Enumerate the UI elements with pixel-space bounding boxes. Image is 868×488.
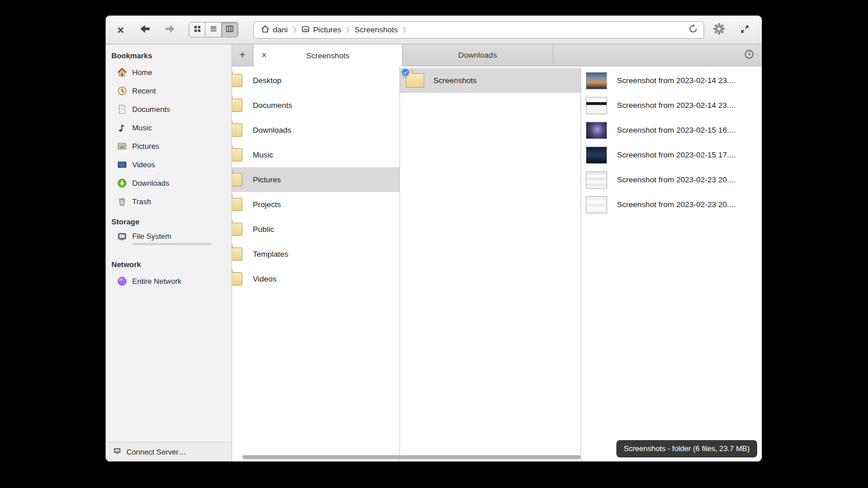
nebula-thumbnail bbox=[586, 122, 607, 139]
column-item-documents[interactable]: Documents bbox=[232, 93, 399, 118]
sidebar-item-documents[interactable]: Documents bbox=[106, 100, 231, 118]
item-label: Public bbox=[253, 225, 274, 234]
forward-button[interactable] bbox=[161, 21, 179, 39]
main-area: + × Screenshots Downloads bbox=[232, 44, 762, 461]
sunset-photo-thumbnail bbox=[586, 72, 607, 89]
folder-icon bbox=[232, 123, 242, 137]
file-row[interactable]: Screenshot from 2023-02-14 23.... bbox=[581, 93, 762, 118]
sidebar-item-music[interactable]: Music bbox=[106, 118, 231, 137]
column-item-pictures[interactable]: Pictures bbox=[232, 167, 399, 192]
new-tab-button[interactable]: + bbox=[232, 44, 253, 66]
network-globe-icon bbox=[117, 276, 127, 286]
column-view-icon bbox=[226, 25, 234, 35]
tab-close-icon[interactable]: × bbox=[261, 51, 267, 60]
list-view-button[interactable] bbox=[205, 22, 222, 37]
item-label: Screenshots bbox=[433, 76, 477, 85]
grid-view-icon bbox=[193, 25, 201, 35]
list-view-icon bbox=[209, 25, 218, 35]
drive-icon bbox=[117, 232, 127, 242]
settings-button[interactable] bbox=[709, 20, 729, 40]
grid-view-button[interactable] bbox=[189, 22, 205, 37]
breadcrumb-screenshots[interactable]: Screenshots bbox=[350, 22, 402, 38]
sidebar-item-home[interactable]: Home bbox=[106, 63, 231, 81]
connect-server-button[interactable]: Connect Server… bbox=[106, 442, 231, 461]
network-heading: Network bbox=[106, 253, 231, 272]
column-item-downloads[interactable]: Downloads bbox=[232, 118, 399, 142]
home-icon bbox=[261, 25, 270, 35]
pictures-icon bbox=[301, 25, 310, 35]
item-label: Documents bbox=[253, 101, 292, 110]
sidebar-item-recent[interactable]: Recent bbox=[106, 81, 231, 100]
file-label: Screenshot from 2023-02-23 20.... bbox=[617, 200, 736, 209]
breadcrumb-home[interactable]: dani bbox=[256, 22, 293, 38]
status-tooltip: Screenshots - folder (6 files, 23.7 MB) bbox=[616, 440, 757, 457]
disk-usage-bar bbox=[132, 243, 212, 245]
recent-icon bbox=[117, 86, 127, 96]
tab-downloads[interactable]: Downloads bbox=[403, 44, 553, 66]
item-label: Projects bbox=[253, 200, 281, 209]
videos-icon bbox=[117, 160, 127, 170]
home-icon bbox=[117, 67, 127, 77]
column-item-public[interactable]: Public bbox=[232, 217, 399, 242]
sidebar-item-label: Videos bbox=[132, 160, 155, 169]
breadcrumb-pictures[interactable]: Pictures bbox=[297, 22, 346, 38]
tab-bar: + × Screenshots Downloads bbox=[232, 44, 762, 66]
back-icon bbox=[139, 22, 151, 37]
folder-icon bbox=[232, 198, 242, 211]
tabbar-spacer bbox=[553, 44, 736, 66]
file-row[interactable]: Screenshot from 2023-02-23 20.... bbox=[581, 167, 762, 192]
sidebar-item-file-system[interactable]: File System bbox=[106, 229, 231, 253]
sidebar-item-trash[interactable]: Trash bbox=[106, 192, 231, 211]
column-item-videos[interactable]: Videos bbox=[232, 266, 399, 291]
file-row[interactable]: Screenshot from 2023-02-23 20.... bbox=[581, 192, 762, 217]
sidebar-item-label: Downloads bbox=[132, 179, 169, 187]
trash-icon bbox=[117, 197, 127, 207]
file-row[interactable]: Screenshot from 2023-02-14 23.... bbox=[581, 68, 762, 93]
chevron-right-icon bbox=[346, 26, 350, 34]
file-row[interactable]: Screenshot from 2023-02-15 17.... bbox=[581, 142, 762, 167]
breadcrumb-label: dani bbox=[273, 25, 288, 34]
back-button[interactable] bbox=[136, 21, 154, 39]
tab-screenshots[interactable]: × Screenshots bbox=[253, 44, 403, 66]
tab-label: Screenshots bbox=[306, 51, 349, 60]
sidebar-item-label: File System bbox=[132, 232, 212, 241]
history-button[interactable] bbox=[736, 44, 762, 66]
column-pictures: Screenshots bbox=[400, 66, 581, 461]
sidebar-item-downloads[interactable]: Downloads bbox=[106, 174, 231, 192]
column-item-projects[interactable]: Projects bbox=[232, 192, 399, 217]
sidebar-item-pictures[interactable]: Pictures bbox=[106, 137, 231, 155]
miller-columns: Desktop Documents Downloads Music bbox=[232, 66, 762, 461]
file-row[interactable]: Screenshot from 2023-02-15 16.... bbox=[581, 118, 762, 142]
window-close-button[interactable]: × bbox=[113, 22, 129, 38]
check-badge-icon bbox=[401, 68, 410, 77]
tab-label: Downloads bbox=[458, 51, 497, 59]
refresh-button[interactable] bbox=[685, 22, 701, 37]
column-item-screenshots[interactable]: Screenshots bbox=[400, 68, 581, 93]
breadcrumb-label: Screenshots bbox=[354, 25, 398, 34]
refresh-icon bbox=[689, 24, 698, 35]
folder-icon bbox=[232, 148, 242, 162]
item-label: Desktop bbox=[253, 76, 282, 85]
fullscreen-button[interactable] bbox=[734, 20, 755, 40]
light-ui-thumbnail bbox=[586, 171, 607, 189]
column-item-templates[interactable]: Templates bbox=[232, 242, 399, 266]
chevron-right-icon bbox=[293, 26, 297, 34]
file-label: Screenshot from 2023-02-15 16.... bbox=[617, 126, 736, 134]
column-item-music[interactable]: Music bbox=[232, 142, 399, 167]
sidebar-item-entire-network[interactable]: Entire Network bbox=[106, 272, 231, 290]
item-label: Pictures bbox=[253, 175, 281, 184]
folder-icon bbox=[232, 173, 242, 186]
path-bar[interactable]: dani Pictures Screenshots bbox=[253, 21, 704, 39]
sidebar-item-label: Music bbox=[132, 123, 152, 132]
column-item-desktop[interactable]: Desktop bbox=[232, 68, 399, 93]
horizontal-scrollbar-thumb[interactable] bbox=[242, 455, 581, 459]
music-icon bbox=[117, 123, 127, 133]
file-label: Screenshot from 2023-02-23 20.... bbox=[617, 175, 736, 184]
sidebar-item-label: Home bbox=[132, 68, 152, 77]
item-label: Videos bbox=[253, 275, 276, 283]
folder-icon bbox=[232, 247, 242, 261]
folder-icon bbox=[232, 99, 242, 112]
file-system-block: File System bbox=[132, 232, 212, 245]
sidebar-item-videos[interactable]: Videos bbox=[106, 155, 231, 174]
column-view-button[interactable] bbox=[222, 22, 238, 37]
